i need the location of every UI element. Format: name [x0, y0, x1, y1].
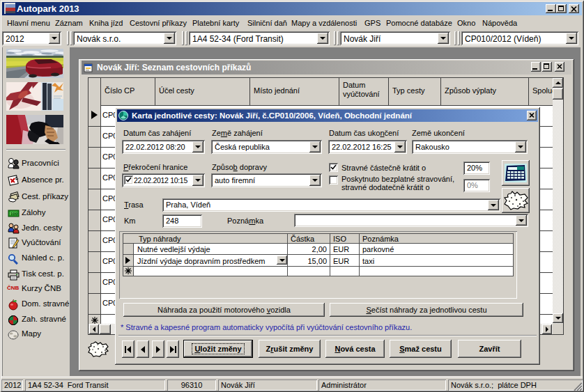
svg-text:100: 100 [10, 212, 18, 216]
